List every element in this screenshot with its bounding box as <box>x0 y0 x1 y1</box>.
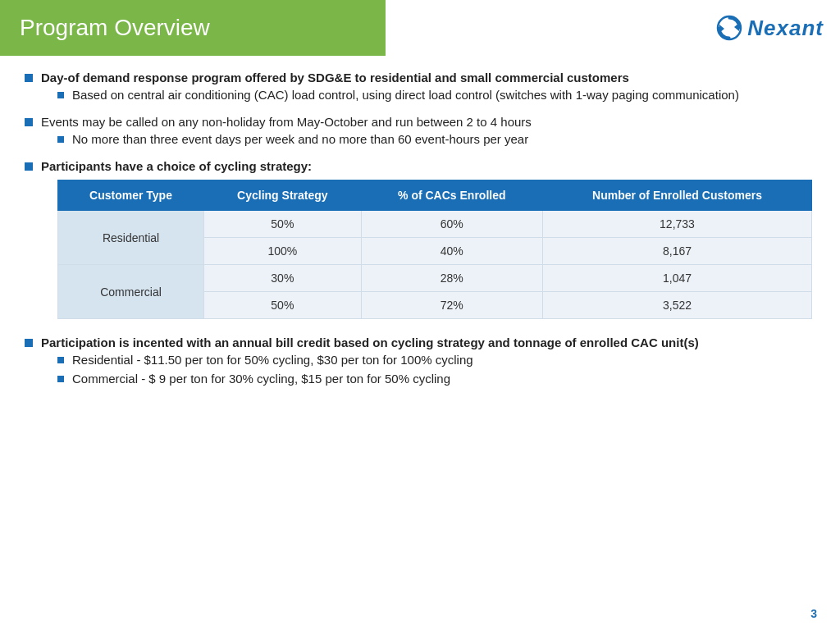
svg-marker-1 <box>734 23 739 31</box>
cacs-72pct-commercial: 72% <box>361 292 542 319</box>
cycling-100pct-residential: 100% <box>204 238 362 265</box>
table-row: Residential 50% 60% 12,733 <box>58 211 812 238</box>
col-header-customer-type: Customer Type <box>58 180 204 211</box>
bullet-text-4: Participation is incented with an annual… <box>41 336 815 390</box>
sub-bullet-icon-4-2 <box>57 376 64 382</box>
enrolled-12733: 12,733 <box>542 211 811 238</box>
bullet-item-2: Events may be called on any non-holiday … <box>25 115 815 151</box>
bullet-icon-3 <box>25 162 33 171</box>
page-title: Program Overview <box>20 15 210 41</box>
sub-bullet-text-2-1: No more than three event days per week a… <box>72 132 528 146</box>
col-header-cycling-strategy: Cycling Strategy <box>204 180 362 211</box>
cacs-28pct-commercial: 28% <box>361 265 542 292</box>
sub-bullet-2-1: No more than three event days per week a… <box>57 132 815 146</box>
sub-bullet-icon-1-1 <box>57 92 64 98</box>
cycling-table-container: Customer Type Cycling Strategy % of CACs… <box>57 180 815 319</box>
cycling-50pct-commercial: 50% <box>204 292 362 319</box>
bullet-text-3: Participants have a choice of cycling st… <box>41 159 815 327</box>
main-content: Day-of demand response program offered b… <box>0 56 840 410</box>
sub-bullet-text-1-1: Based on central air conditioning (CAC) … <box>72 88 739 102</box>
nexant-logo: Nexant <box>716 15 824 41</box>
bullet-item-1: Day-of demand response program offered b… <box>25 71 815 107</box>
customer-type-commercial: Commercial <box>58 265 204 319</box>
cacs-40pct-residential: 40% <box>361 238 542 265</box>
header-logo: Nexant <box>716 15 840 41</box>
sub-bullet-icon-4-1 <box>57 357 64 363</box>
enrolled-3522: 3,522 <box>542 292 811 319</box>
cycling-strategy-table: Customer Type Cycling Strategy % of CACs… <box>57 180 812 319</box>
table-row: Commercial 30% 28% 1,047 <box>58 265 812 292</box>
enrolled-1047: 1,047 <box>542 265 811 292</box>
table-header-row: Customer Type Cycling Strategy % of CACs… <box>58 180 812 211</box>
sub-bullet-1-1: Based on central air conditioning (CAC) … <box>57 88 815 102</box>
bullet-icon-1 <box>25 74 33 82</box>
main-bullet-list: Day-of demand response program offered b… <box>25 71 815 390</box>
nexant-brand-text: Nexant <box>747 16 824 41</box>
bullet-label-3: Participants have a choice of cycling st… <box>41 159 312 173</box>
sub-list-2: No more than three event days per week a… <box>41 132 815 146</box>
sub-bullet-icon-2-1 <box>57 136 64 143</box>
bullet-icon-4 <box>25 339 33 347</box>
header-title-bar: Program Overview <box>0 0 386 56</box>
col-header-num-enrolled: Number of Enrolled Customers <box>542 180 811 211</box>
col-header-cacs-enrolled: % of CACs Enrolled <box>361 180 542 211</box>
page-number: 3 <box>810 607 817 620</box>
sub-list-4: Residential - $11.50 per ton for 50% cyc… <box>41 353 815 386</box>
nexant-brand-icon <box>716 15 742 41</box>
sub-bullet-4-1: Residential - $11.50 per ton for 50% cyc… <box>57 353 815 367</box>
cycling-30pct-commercial: 30% <box>204 265 362 292</box>
sub-list-1: Based on central air conditioning (CAC) … <box>41 88 815 102</box>
bullet-icon-2 <box>25 118 33 126</box>
bullet-label-4: Participation is incented with an annual… <box>41 336 699 349</box>
header: Program Overview Nexant <box>0 0 840 56</box>
bullet-text-1: Day-of demand response program offered b… <box>41 71 815 107</box>
sub-bullet-4-2: Commercial - $ 9 per ton for 30% cycling… <box>57 372 815 386</box>
cycling-50pct-residential: 50% <box>204 211 362 238</box>
bullet-item-3: Participants have a choice of cycling st… <box>25 159 815 327</box>
cacs-60pct-residential: 60% <box>361 211 542 238</box>
sub-bullet-text-4-2: Commercial - $ 9 per ton for 30% cycling… <box>72 372 450 386</box>
bullet-label-1: Day-of demand response program offered b… <box>41 71 629 84</box>
bullet-label-2: Events may be called on any non-holiday … <box>41 115 532 129</box>
enrolled-8167: 8,167 <box>542 238 811 265</box>
customer-type-residential: Residential <box>58 211 204 265</box>
bullet-item-4: Participation is incented with an annual… <box>25 336 815 390</box>
sub-bullet-text-4-1: Residential - $11.50 per ton for 50% cyc… <box>72 353 473 367</box>
svg-marker-2 <box>719 25 724 33</box>
bullet-text-2: Events may be called on any non-holiday … <box>41 115 815 151</box>
